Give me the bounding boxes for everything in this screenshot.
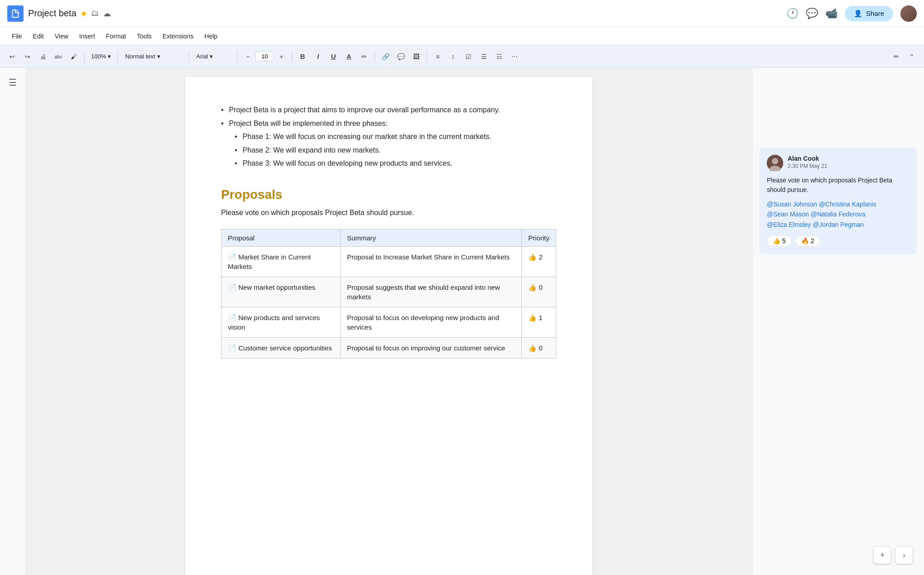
checklist-button[interactable]: ☑ — [462, 50, 475, 63]
numbered-list-button[interactable]: ☷ — [492, 50, 506, 63]
thumbsup-count: 5 — [782, 237, 786, 244]
comment-reactions: 👍 5 🔥 2 — [767, 235, 910, 247]
left-sidebar: ☰ — [0, 68, 25, 575]
font-size-minus-button[interactable]: − — [241, 50, 255, 63]
row1-proposal: 📄 Market Share in Current Markets — [221, 246, 341, 277]
bullet-list-button[interactable]: ☰ — [477, 50, 491, 63]
font-select[interactable]: Arial ▾ — [192, 52, 233, 61]
mention-natalia[interactable]: @Natalia Federova — [811, 211, 866, 218]
italic-button[interactable]: I — [311, 50, 325, 63]
style-value: Normal text — [125, 53, 155, 60]
title-bar: Project beta ★ 🗂 ☁ 🕐 💬 📹 👤 Share — [0, 0, 924, 27]
zoom-select[interactable]: 100% ▾ — [88, 52, 114, 61]
table-header-row: Proposal Summary Priority — [221, 229, 556, 246]
cloud-icon[interactable]: ☁ — [103, 9, 111, 19]
insert-image-button[interactable]: 🖼 — [409, 50, 423, 63]
print-button[interactable]: 🖨 — [36, 50, 50, 63]
title-section: Project beta ★ 🗂 ☁ — [28, 8, 786, 19]
history-icon[interactable]: 🕐 — [786, 8, 799, 19]
star-icon[interactable]: ★ — [80, 9, 87, 19]
sub-bullet-marker-3: • — [235, 158, 237, 169]
menu-help[interactable]: Help — [200, 31, 222, 42]
spellcheck-button[interactable]: abc — [52, 50, 65, 63]
font-size-plus-button[interactable]: + — [274, 50, 288, 63]
comment-card: Alan Cook 2:30 PM May 21 Please vote on … — [760, 148, 917, 254]
svg-point-1 — [772, 158, 778, 164]
comment-time: 2:30 PM May 21 — [788, 163, 827, 169]
fire-count: 2 — [811, 237, 814, 244]
mention-sean[interactable]: @Sean Mason — [767, 211, 809, 218]
comment-avatar — [767, 155, 783, 171]
bullet-item-1: • Project Beta is a project that aims to… — [221, 104, 556, 116]
sub-bullets: • Phase 1: We will focus on increasing o… — [221, 131, 556, 169]
sub-bullet-marker-1: • — [235, 131, 237, 143]
bold-button[interactable]: B — [296, 50, 309, 63]
page: • Project Beta is a project that aims to… — [185, 77, 592, 575]
menu-format[interactable]: Format — [101, 31, 130, 42]
comment-icon[interactable]: 💬 — [806, 8, 818, 19]
avatar[interactable] — [900, 5, 917, 22]
line-spacing-button[interactable]: ↕ — [446, 50, 460, 63]
underline-button[interactable]: U — [327, 50, 340, 63]
collapse-button[interactable]: ⌃ — [905, 50, 919, 63]
share-button[interactable]: 👤 Share — [845, 6, 893, 21]
sub-bullet-text-3: Phase 3: We will focus on developing new… — [243, 158, 452, 169]
divider-1 — [84, 51, 85, 62]
sub-bullet-3: • Phase 3: We will focus on developing n… — [235, 158, 556, 169]
outline-icon[interactable]: ☰ — [9, 77, 17, 88]
menu-edit[interactable]: Edit — [29, 31, 48, 42]
sub-bullet-1: • Phase 1: We will focus on increasing o… — [235, 131, 556, 143]
doc-title[interactable]: Project beta — [28, 8, 77, 19]
paint-format-button[interactable]: 🖌 — [67, 50, 81, 63]
comment-header: Alan Cook 2:30 PM May 21 — [767, 155, 910, 171]
add-comment-fab[interactable]: + — [873, 546, 891, 564]
proposal-table: Proposal Summary Priority 📄 Market Share… — [221, 229, 556, 359]
divider-6 — [375, 51, 375, 62]
folder-icon[interactable]: 🗂 — [91, 9, 99, 18]
sub-bullet-text-2: Phase 2: We will expand into new markets… — [243, 144, 381, 156]
doc-icon — [7, 5, 24, 22]
row2-priority: 👍 0 — [522, 277, 556, 307]
menu-insert[interactable]: Insert — [75, 31, 100, 42]
redo-button[interactable]: ↪ — [21, 50, 34, 63]
thumbsup-emoji: 👍 — [773, 237, 780, 244]
section-heading: Proposals — [221, 187, 556, 202]
zoom-arrow-icon: ▾ — [108, 53, 111, 60]
undo-button[interactable]: ↩ — [5, 50, 19, 63]
menu-bar: File Edit View Insert Format Tools Exten… — [0, 27, 924, 45]
style-select[interactable]: Normal text ▾ — [121, 52, 185, 61]
title-right: 🕐 💬 📹 👤 Share — [786, 5, 917, 22]
bullet-text-1: Project Beta is a project that aims to i… — [229, 104, 500, 116]
mention-jordan[interactable]: @Jordan Pegman — [813, 221, 864, 228]
link-button[interactable]: 🔗 — [379, 50, 392, 63]
col-header-proposal: Proposal — [221, 229, 341, 246]
bullet-item-2: • Project Beta will be implemented in th… — [221, 118, 556, 129]
highlight-button[interactable]: ✏ — [357, 50, 371, 63]
sub-bullet-marker-2: • — [235, 144, 237, 156]
edit-pen-button[interactable]: ✏ — [890, 50, 903, 63]
reaction-fire[interactable]: 🔥 2 — [795, 235, 820, 247]
mention-susan[interactable]: @Susan Johnson — [767, 201, 817, 208]
row4-priority: 👍 0 — [522, 337, 556, 358]
reaction-thumbsup[interactable]: 👍 5 — [767, 235, 792, 247]
menu-extensions[interactable]: Extensions — [158, 31, 198, 42]
mention-eliza[interactable]: @Eliza Elmsley — [767, 221, 811, 228]
menu-view[interactable]: View — [50, 31, 73, 42]
menu-tools[interactable]: Tools — [132, 31, 156, 42]
insert-comment-button[interactable]: 💬 — [394, 50, 408, 63]
mention-christina[interactable]: @Christina Kaplanis — [819, 201, 876, 208]
expand-fab[interactable]: › — [895, 546, 913, 564]
more-options-button[interactable]: ⋯ — [508, 50, 521, 63]
col-header-summary: Summary — [340, 229, 521, 246]
menu-file[interactable]: File — [7, 31, 27, 42]
col-header-priority: Priority — [522, 229, 556, 246]
table-row: 📄 New products and services vision Propo… — [221, 307, 556, 337]
text-color-button[interactable]: A — [342, 50, 356, 63]
align-button[interactable]: ≡ — [431, 50, 444, 63]
table-row: 📄 Customer service opportunities Proposa… — [221, 337, 556, 358]
font-size-box[interactable]: 10 — [255, 52, 274, 61]
style-arrow-icon: ▾ — [157, 53, 160, 60]
video-icon[interactable]: 📹 — [825, 8, 837, 19]
row1-priority: 👍 2 — [522, 246, 556, 277]
row2-proposal: 📄 New market opportunities — [221, 277, 341, 307]
